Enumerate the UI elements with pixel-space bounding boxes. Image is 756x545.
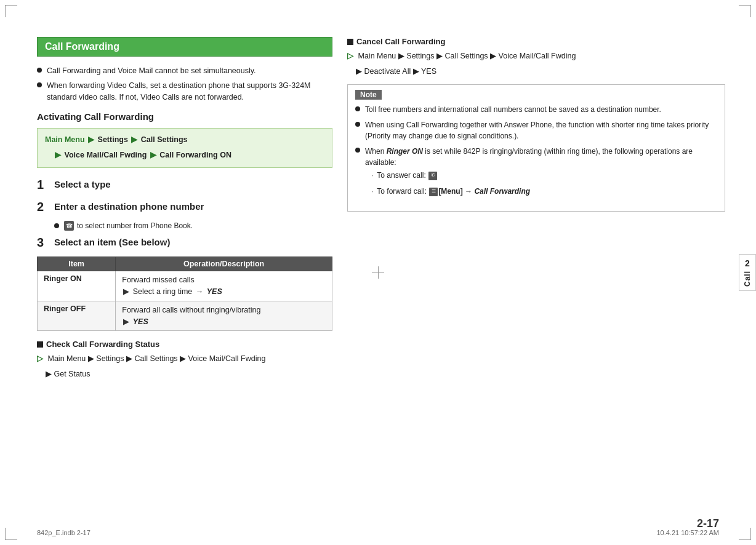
ringer-on-yes: YES (207, 287, 222, 296)
call-fwd-italic: Call Forwarding (474, 187, 530, 196)
cancel-arrow-2: ▶ (436, 52, 444, 60)
table-row-ringer-off: Ringer OFF Forward all calls without rin… (38, 301, 332, 331)
call-forwarding-title-box: Call Forwarding (37, 37, 332, 57)
check-call-settings: Call Settings (134, 354, 177, 363)
note-box: Note Toll free numbers and international… (347, 84, 725, 212)
step-2-sub-text: to select number from Phone Book. (77, 221, 193, 230)
cancel-arrow-3: ▶ (490, 52, 498, 60)
menu-path-line1: Main Menu ▶ Settings ▶ Call Settings (45, 133, 324, 147)
table-col-item: Item (38, 257, 116, 271)
arrow-3: ▶ (55, 151, 63, 159)
ringer-off-desc-line1: Forward all calls without ringing/vibrat… (122, 306, 260, 314)
note-bullet-1: Toll free numbers and international call… (355, 104, 717, 115)
right-column: Cancel Call Forwarding ▷ Main Menu ▶ Set… (347, 37, 725, 514)
arrow-4: ▶ (150, 151, 158, 159)
sub-bullet-forward-text: To forward call: ☰[Menu] → Call Forwardi… (377, 186, 530, 197)
check-settings: Settings (96, 354, 124, 363)
check-arrow-4: ▶ (46, 370, 54, 378)
intro-bullet-1-text: Call Forwarding and Voice Mail cannot be… (47, 65, 256, 77)
sub-bullet-list: · To answer call: ✆ · To forward call: ☰… (371, 170, 717, 197)
ringer-on-desc: Forward missed calls ▶ Select a ring tim… (116, 271, 332, 301)
cancel-path-prefix-arrow: ▷ (347, 52, 355, 60)
step-1: 1 Select a type (37, 177, 332, 193)
cancel-main-menu: Main Menu (358, 52, 396, 60)
chapter-side-tab: 2 Call (739, 254, 756, 291)
check-voice-mail: Voice Mail/Call Fwding (188, 354, 266, 363)
table-row-ringer-on: Ringer ON Forward missed calls ▶ Select … (38, 271, 332, 301)
cancel-path-line1: ▷ Main Menu ▶ Settings ▶ Call Settings ▶… (347, 49, 725, 63)
corner-mark-tr (739, 5, 751, 17)
sub-bullet-forward: · To forward call: ☰[Menu] → Call Forwar… (371, 186, 717, 197)
step-2-sub: ☎ to select number from Phone Book. (54, 221, 332, 231)
check-arrow-1: ▶ (88, 354, 96, 363)
bottom-right-info: 10.4.21 10:57:22 AM (656, 529, 719, 536)
arrow-1: ▶ (88, 135, 96, 144)
left-column: Call Forwarding Call Forwarding and Voic… (37, 37, 332, 514)
check-path-line1: ▷ Main Menu ▶ Settings ▶ Call Settings ▶… (37, 352, 332, 366)
phonebook-icon: ☎ (64, 221, 74, 231)
call-forwarding-title: Call Forwarding (45, 41, 324, 52)
menu-call-fwd-on: Call Forwarding ON (159, 151, 231, 159)
bullet-dot-1 (37, 68, 42, 73)
note-bullet-2: When using Call Forwarding together with… (355, 119, 717, 141)
check-heading-text: Check Call Forwarding Status (46, 340, 159, 349)
ringer-on-name: Ringer ON (38, 271, 116, 301)
step-3-number: 3 (37, 234, 54, 250)
cancel-path-line2: ▶ Deactivate All ▶ YES (347, 65, 725, 79)
note-bullet-dot-3 (355, 148, 360, 153)
check-get-status: Get Status (54, 370, 90, 378)
cancel-call-settings: Call Settings (444, 52, 488, 60)
ringer-off-name: Ringer OFF (38, 301, 116, 331)
cancel-heading-text: Cancel Call Forwarding (356, 37, 445, 46)
step-3: 3 Select an item (See below) (37, 234, 332, 250)
ringer-on-desc-pre: Select a ring time (133, 287, 195, 296)
corner-mark-bl (5, 528, 17, 540)
chapter-number: 2 (745, 258, 750, 268)
table-col-operation: Operation/Description (116, 257, 332, 271)
item-table: Item Operation/Description Ringer ON For… (37, 257, 332, 331)
menu-main-menu: Main Menu (45, 135, 85, 144)
note-bullet-2-text: When using Call Forwarding together with… (365, 119, 717, 141)
sub-bullet-dot-2: · (371, 186, 373, 197)
cancel-deactivate: Deactivate All (364, 67, 411, 76)
note-bullet-3: When Ringer ON is set while 842P is ring… (355, 146, 717, 202)
check-main-menu: Main Menu (47, 354, 86, 363)
cancel-arrow-1: ▶ (398, 52, 406, 60)
cancel-arrow-4: ▶ (356, 67, 364, 76)
step-1-text: Select a type (54, 177, 111, 191)
menu-call-settings: Call Settings (141, 135, 188, 144)
intro-bullet-2: When forwarding Video Calls, set a desti… (37, 80, 332, 103)
bottom-left-info: 842p_E.indb 2-17 (37, 529, 90, 536)
main-content: Call Forwarding Call Forwarding and Voic… (37, 37, 725, 514)
menu-icon-small: ☰ (429, 188, 438, 196)
note-bullet-dot-1 (355, 106, 360, 111)
page-container: 2 Call Call Forwarding Call Forwarding a… (0, 0, 756, 545)
check-path-line2: ▶ Get Status (37, 367, 332, 381)
bullet-dot-2 (37, 82, 42, 87)
corner-mark-br (739, 528, 751, 540)
step-2-number: 2 (37, 199, 54, 215)
arrow-right-3: ▶ (123, 317, 131, 326)
note-bullet-dot-2 (355, 122, 360, 127)
step-2-sub-dot (54, 223, 59, 228)
check-arrow-2: ▶ (126, 354, 134, 363)
check-path-prefix-arrow: ▷ (37, 354, 45, 363)
ringer-off-yes: YES (133, 317, 148, 326)
cancel-settings: Settings (406, 52, 434, 60)
note-bullet-1-text: Toll free numbers and international call… (365, 104, 661, 115)
step-1-number: 1 (37, 177, 54, 193)
cancel-yes: YES (421, 67, 436, 76)
check-arrow-3: ▶ (180, 354, 188, 363)
intro-bullet-list: Call Forwarding and Voice Mail cannot be… (37, 65, 332, 103)
note-label: Note (355, 90, 382, 100)
sub-bullet-dot-1: · (371, 170, 373, 181)
step-3-text: Select an item (See below) (54, 234, 170, 249)
step-2: 2 Enter a destination phone number (37, 199, 332, 215)
black-square-check (37, 341, 43, 348)
black-square-cancel (347, 39, 353, 45)
arrow-right-1: ▶ (123, 287, 131, 296)
arrow-right-2: → (196, 287, 206, 296)
ringer-on-italic: Ringer ON (387, 147, 423, 156)
phone-icon-small: ✆ (428, 172, 437, 180)
intro-bullet-1: Call Forwarding and Voice Mail cannot be… (37, 65, 332, 77)
